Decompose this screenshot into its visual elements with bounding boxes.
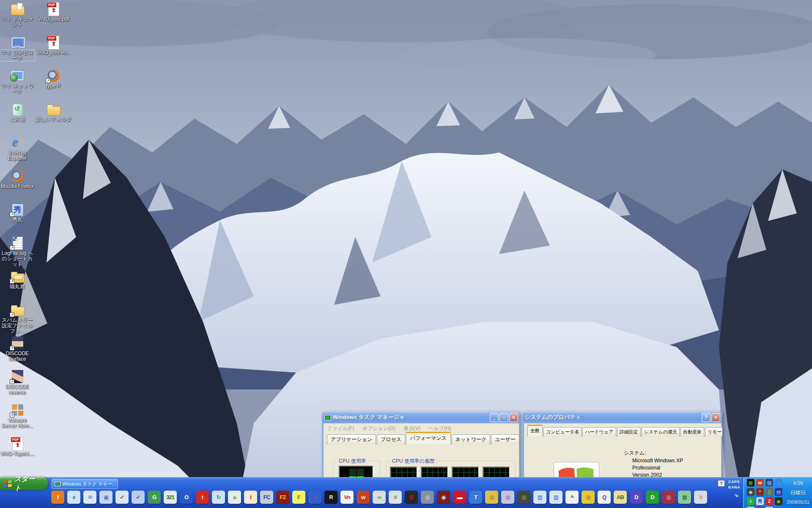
quick-vnc-icon[interactable]: Vn (340, 491, 354, 504)
quick-dvd-icon[interactable]: ◎ (501, 491, 514, 504)
desktop-icon-glyph: e↗ (10, 136, 25, 149)
tab-processes[interactable]: プロセス (377, 434, 405, 444)
tray-cpu-meter-icon[interactable]: ▦ (747, 479, 754, 486)
tab-users[interactable]: ユーザー (491, 434, 519, 444)
quick-image-viewer-icon[interactable]: ~ (308, 491, 321, 504)
quick-internet-explorer-icon[interactable]: e (67, 491, 80, 504)
tab-network[interactable]: ネットワーク (452, 434, 490, 444)
desktop-icon-logfile-shortcut[interactable]: ↗ LogFile.log へのショートカット (0, 234, 35, 268)
tab-system-restore[interactable]: システムの復元 (642, 427, 680, 436)
desktop-icon-spamkiller-folder[interactable]: ↗ スパムキラー設定ファイルフォ... (0, 301, 35, 334)
tray-ime-status-icon[interactable]: ▤ (775, 488, 782, 496)
quick-cd-film-icon[interactable]: ◎ (662, 491, 675, 504)
ime-options-chevron[interactable]: » (734, 492, 737, 497)
desktop-icon-nekomaru[interactable]: ↗ 猫丸君 (0, 268, 35, 301)
start-button[interactable]: スタート (0, 477, 48, 490)
quick-outlook-express-icon[interactable]: ✉ (83, 491, 96, 504)
desktop-icon-recycle-bin[interactable]: ↺↗ ごみ箱 (0, 100, 35, 134)
tray-volume-icon[interactable]: ♪ (775, 479, 782, 486)
quick-fastcopy-icon[interactable]: FC (260, 491, 273, 504)
tab-auto-update[interactable]: 自動更新 (680, 427, 704, 436)
tray-fox-icon[interactable]: w (756, 479, 764, 486)
quick-barcode-app2-icon[interactable]: ▥ (549, 491, 562, 504)
quick-software-update-icon[interactable]: ↻ (212, 491, 225, 504)
desktop-icon-vaio-sou-pdf[interactable]: PDF↗ VAIO_sou.pdf (34, 0, 73, 33)
desktop-icon-vmware-server[interactable]: ↗ VMware Server Hom... (0, 401, 35, 435)
tray-antivirus-icon[interactable]: Z (765, 497, 773, 505)
tab-advanced[interactable]: 詳細設定 (617, 427, 641, 436)
quick-vmware-icon[interactable]: V (694, 491, 707, 504)
quick-cd-case-icon[interactable]: ◎ (582, 491, 595, 504)
quick-fox-app-icon[interactable]: w (357, 491, 370, 504)
desktop-icon-vaio-sou-vo-pdf[interactable]: PDF↗ VAIO_sou-vo... (34, 33, 73, 67)
quick-camera-r-icon[interactable]: R (324, 491, 337, 504)
quick-sneakers-icon[interactable]: ∞ (373, 491, 386, 504)
quick-train-transit-icon[interactable]: T (469, 491, 482, 504)
quick-thermometer-icon[interactable]: I (244, 491, 257, 504)
tab-remote[interactable]: リモート (705, 427, 722, 436)
quick-diamond-tool-icon[interactable]: ◆ (228, 491, 241, 504)
desktop-icon-discode-reverse[interactable]: ↗ DISCODE reverse (0, 368, 35, 401)
tab-performance[interactable]: パフォーマンス (406, 432, 451, 444)
desktop-icon-vaio-tupeu-pdf[interactable]: PDF↗ VAIO-TupeU.... (0, 435, 35, 468)
quick-system-config-icon[interactable]: # (389, 491, 402, 504)
close-button[interactable]: ✕ (509, 413, 518, 422)
desktop-icon-mozilla-firefox[interactable]: ↗ Mozilla Firefox (0, 167, 35, 201)
desktop-icon-internet-explorer[interactable]: e↗ Internet Explorer (0, 134, 35, 167)
quick-media-321-icon[interactable]: 321 (164, 491, 177, 504)
tray-user-icon[interactable]: i (747, 497, 754, 505)
quick-firefox-icon[interactable]: f (51, 491, 64, 504)
desktop-icon-my-computer[interactable]: ↗ マイ コンピュータ (0, 33, 35, 67)
quick-internet-connection-icon[interactable]: G (148, 491, 161, 504)
tray-remote-icon[interactable]: ▯ (765, 488, 773, 496)
quick-barcode-app-icon[interactable]: ▥ (533, 491, 546, 504)
quick-my-computer-icon[interactable]: ▣ (99, 491, 112, 504)
ime-icon[interactable]: ? (718, 480, 725, 487)
menu-file[interactable]: ファイル(F) (327, 425, 354, 432)
menu-options[interactable]: オプション(O) (362, 425, 395, 432)
quick-opera-icon[interactable]: O (180, 491, 193, 504)
quick-translation-ab-icon[interactable]: AB (614, 491, 627, 504)
quick-red-flag-icon[interactable]: ▬ (453, 491, 466, 504)
menu-help[interactable]: ヘルプ(H) (428, 425, 451, 432)
tray-hidemaru-icon[interactable]: 秀 (756, 497, 764, 505)
quick-filezilla-icon[interactable]: FZ (276, 491, 289, 504)
tray-graphics-icon[interactable]: ▨ (765, 479, 773, 486)
maximize-button[interactable]: □ (499, 413, 508, 422)
desktop-icon-discode-surface[interactable]: ↗ DISCODE Surface (0, 334, 35, 368)
quick-doc-search-icon[interactable]: Q (598, 491, 611, 504)
tab-applications[interactable]: アプリケーション (327, 434, 376, 444)
menu-view[interactable]: 表示(V) (403, 425, 420, 432)
tab-hardware[interactable]: ハードウェア (582, 427, 616, 436)
close-button[interactable]: ✕ (711, 413, 720, 422)
desktop-icon-new-folder[interactable]: ↗ 新しいフォルダ (34, 100, 73, 134)
help-button[interactable]: ? (702, 413, 710, 422)
taskbar-button-task-manager[interactable]: Windows タスク マネー... (52, 479, 118, 489)
quick-task-checker-icon[interactable]: ✔ (115, 491, 129, 504)
quick-photo-eye-icon[interactable]: ◉ (437, 491, 450, 504)
quick-cd-drive-icon[interactable]: ◎ (421, 491, 434, 504)
tab-computer-name[interactable]: コンピュータ名 (543, 427, 582, 436)
tray-flower-icon[interactable]: * (756, 488, 764, 496)
minimize-button[interactable]: _ (490, 413, 499, 422)
quick-trend-micro-icon[interactable]: t (196, 491, 209, 504)
system-properties-titlebar[interactable]: システムのプロパティ ? ✕ (523, 411, 722, 423)
desktop-icon-type-p[interactable]: ↗ type P (34, 67, 73, 100)
quick-green-d-icon[interactable]: D (646, 491, 659, 504)
tab-general[interactable]: 全般 (527, 425, 543, 436)
desktop-icon-my-documents[interactable]: ↗ マイ ドキュメント (0, 0, 35, 33)
quick-virus-checker-icon[interactable]: ✔ (132, 491, 145, 504)
quick-ffftp-icon[interactable]: F (292, 491, 305, 504)
tray-webcam-icon[interactable]: ◉ (747, 488, 754, 496)
quick-cd-manipulator-icon[interactable]: ◎ (517, 491, 530, 504)
tray-nvidia-icon[interactable]: ◉ (775, 497, 782, 505)
desktop-icon-glyph: ↗ (46, 69, 60, 83)
quick-daemon-d-icon[interactable]: D (630, 491, 643, 504)
task-manager-titlebar[interactable]: Windows タスク マネージャ _ □ ✕ (322, 411, 520, 423)
quick-gold-cd-icon[interactable]: ◎ (485, 491, 498, 504)
desktop-icon-my-network[interactable]: ↗ マイ ネットワーク (0, 67, 35, 100)
desktop-icon-hidemaru[interactable]: 秀↗ 秀丸 (0, 201, 35, 234)
quick-pci-device-icon[interactable]: ▦ (678, 491, 691, 504)
quick-pixel-cat-icon[interactable]: ^ (565, 491, 579, 504)
quick-daemon-tools-icon[interactable]: D (405, 491, 418, 504)
